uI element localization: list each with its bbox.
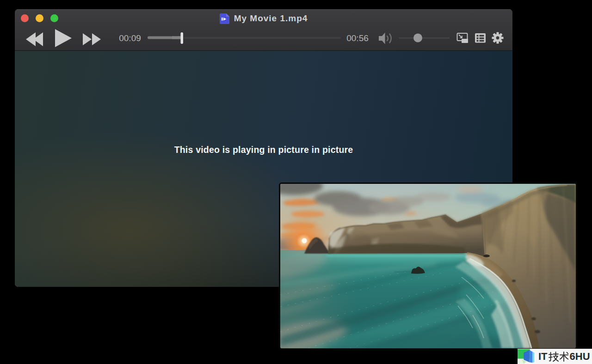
svg-text:00:09: 00:09 [119,33,141,43]
svg-text:00:56: 00:56 [346,33,369,43]
